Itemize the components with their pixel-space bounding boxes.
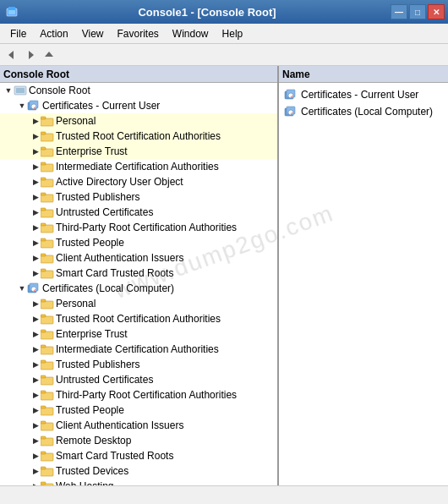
folder-icon <box>41 434 54 447</box>
expand-arrow-certs-local[interactable] <box>17 281 27 296</box>
svg-rect-53 <box>41 406 46 408</box>
tree-item[interactable]: Trusted Publishers <box>0 189 277 205</box>
minimize-button[interactable]: — <box>391 4 407 19</box>
expand-arrow-trusted-root-ca[interactable] <box>30 129 41 144</box>
expand-arrow-intermediate-ca[interactable] <box>30 159 41 174</box>
expand-arrow-local-trusted-devices[interactable] <box>30 463 41 479</box>
expand-arrow-enterprise-trust[interactable] <box>30 144 41 159</box>
svg-rect-52 <box>41 408 53 415</box>
tree-item[interactable]: Enterprise Trust <box>0 144 277 159</box>
svg-rect-40 <box>41 316 53 324</box>
svg-rect-45 <box>41 345 46 348</box>
expand-arrow-local-trusted-people[interactable] <box>30 403 41 418</box>
svg-rect-33 <box>41 269 46 271</box>
tree-item[interactable]: Intermediate Certification Authorities <box>0 159 277 174</box>
expand-arrow-local-client-auth[interactable] <box>30 418 41 433</box>
tree-item[interactable]: ✓ Certificates - Current User <box>0 98 277 113</box>
expand-arrow-active-directory[interactable] <box>30 174 41 189</box>
tree-item[interactable]: Remote Desktop <box>0 433 277 448</box>
expand-arrow-local-personal[interactable] <box>30 296 41 311</box>
tree-item[interactable]: Personal <box>0 113 277 129</box>
expand-arrow-third-party-root[interactable] <box>30 220 41 235</box>
tree-item-label: Trusted Root Certification Authorities <box>56 130 221 142</box>
expand-arrow-untrusted-certs[interactable] <box>30 205 41 220</box>
menu-item-action[interactable]: Action <box>33 25 74 42</box>
expand-arrow-personal[interactable] <box>30 113 41 129</box>
tree-item-label: Web Hosting <box>56 480 113 485</box>
tree-item[interactable]: Third-Party Root Certification Authoriti… <box>0 387 277 403</box>
tree-item-label: Untrusted Certificates <box>56 206 153 218</box>
folder-icon <box>41 251 54 265</box>
right-pane-item[interactable]: ✓ Certificates (Local Computer) <box>281 103 446 120</box>
svg-rect-38 <box>41 301 53 309</box>
expand-arrow-local-smart-card[interactable] <box>30 448 41 463</box>
menu-item-favorites[interactable]: Favorites <box>111 25 166 42</box>
svg-rect-44 <box>41 347 53 354</box>
expand-arrow-trusted-people[interactable] <box>30 235 41 250</box>
expand-arrow-local-trusted-pub[interactable] <box>30 357 41 372</box>
tree-item[interactable]: Trusted People <box>0 235 277 250</box>
svg-rect-18 <box>41 164 53 172</box>
folder-icon <box>41 373 54 386</box>
svg-rect-1 <box>8 7 15 10</box>
menu-item-help[interactable]: Help <box>216 25 250 42</box>
tree-item[interactable]: Smart Card Trusted Roots <box>0 266 277 281</box>
title-bar-buttons: — □ ✕ <box>391 4 448 19</box>
tree-item-label: Remote Desktop <box>56 435 131 446</box>
svg-rect-60 <box>41 468 53 476</box>
tree-item[interactable]: Client Authentication Issuers <box>0 250 277 266</box>
menu-item-view[interactable]: View <box>75 25 111 42</box>
expand-arrow-certs-current-user[interactable] <box>17 98 27 113</box>
svg-rect-25 <box>41 208 46 211</box>
tree-item[interactable]: Trusted Devices <box>0 463 277 479</box>
svg-rect-51 <box>41 391 46 393</box>
status-bar <box>0 485 448 504</box>
svg-rect-55 <box>41 421 46 424</box>
close-button[interactable]: ✕ <box>428 4 445 19</box>
svg-rect-13 <box>41 117 46 119</box>
svg-rect-29 <box>41 238 46 241</box>
folder-icon <box>41 342 54 356</box>
tree-item[interactable]: Trusted Publishers <box>0 357 277 372</box>
expand-arrow-local-remote-desktop[interactable] <box>30 433 41 448</box>
svg-rect-57 <box>41 436 46 439</box>
menu-item-window[interactable]: Window <box>166 25 216 42</box>
right-header-label: Name <box>282 68 310 80</box>
expand-arrow-local-trusted-root[interactable] <box>30 311 41 326</box>
tree-item[interactable]: Web Hosting <box>0 479 277 485</box>
expand-arrow-local-untrusted[interactable] <box>30 372 41 387</box>
tree-item[interactable]: Intermediate Certification Authorities <box>0 342 277 357</box>
tree-item[interactable]: Client Authentication Issuers <box>0 418 277 433</box>
expand-arrow-smart-card[interactable] <box>30 266 41 281</box>
forward-icon[interactable] <box>22 47 39 63</box>
tree-item[interactable]: Untrusted Certificates <box>0 205 277 220</box>
expand-arrow-trusted-publishers[interactable] <box>30 189 41 205</box>
tree-item[interactable]: ✓ Certificates (Local Computer) <box>0 281 277 296</box>
tree-item-label: Untrusted Certificates <box>56 374 153 386</box>
svg-rect-22 <box>41 194 53 202</box>
tree-item[interactable]: Enterprise Trust <box>0 326 277 342</box>
folder-icon <box>41 464 54 478</box>
svg-rect-61 <box>41 467 46 469</box>
tree-item[interactable]: Trusted Root Certification Authorities <box>0 129 277 144</box>
back-icon[interactable] <box>3 47 20 63</box>
svg-rect-48 <box>41 377 53 385</box>
tree-item[interactable]: Personal <box>0 296 277 311</box>
right-pane-item[interactable]: ✓ Certificates - Current User <box>281 86 446 103</box>
menu-item-file[interactable]: File <box>3 25 33 42</box>
tree-item[interactable]: Untrusted Certificates <box>0 372 277 387</box>
expand-arrow-local-web-hosting[interactable] <box>30 479 41 485</box>
expand-arrow-client-auth[interactable] <box>30 250 41 266</box>
up-icon[interactable] <box>41 47 57 63</box>
tree-item[interactable]: Console Root <box>0 83 277 98</box>
expand-arrow-console-root[interactable] <box>3 83 14 98</box>
expand-arrow-local-third-party[interactable] <box>30 387 41 403</box>
tree-item[interactable]: Trusted Root Certification Authorities <box>0 311 277 326</box>
tree-item[interactable]: Trusted People <box>0 403 277 418</box>
expand-arrow-local-intermediate[interactable] <box>30 342 41 357</box>
tree-item[interactable]: Active Directory User Object <box>0 174 277 189</box>
tree-item[interactable]: Smart Card Trusted Roots <box>0 448 277 463</box>
expand-arrow-local-enterprise[interactable] <box>30 326 41 342</box>
tree-item[interactable]: Third-Party Root Certification Authoriti… <box>0 220 277 235</box>
maximize-button[interactable]: □ <box>409 4 426 19</box>
